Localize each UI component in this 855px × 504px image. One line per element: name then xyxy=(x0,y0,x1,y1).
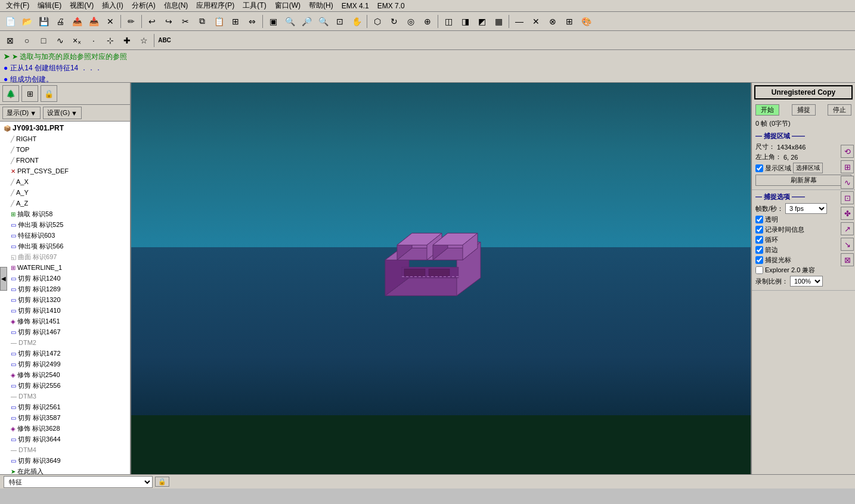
tree-item[interactable]: ╱ A_Z xyxy=(1,198,129,209)
tree-item[interactable]: ◱ 曲面 标识697 xyxy=(1,251,129,262)
start-button[interactable]: 开始 xyxy=(755,104,779,116)
tree-item[interactable]: — DTM2 xyxy=(1,337,129,348)
tb-export[interactable]: 📤 xyxy=(69,14,85,29)
tree-item[interactable]: ◈ 修饰 标识1451 xyxy=(1,316,129,326)
tb-print[interactable]: 🖨 xyxy=(52,14,68,29)
tree-item[interactable]: ▭ 切剪 标识3587 xyxy=(1,412,129,423)
tb2-5[interactable]: ×ₓ xyxy=(69,33,85,48)
border-checkbox[interactable] xyxy=(755,246,763,254)
tb-render4[interactable]: ▦ xyxy=(491,14,506,29)
menu-emx70[interactable]: EMX 7.0 xyxy=(374,1,408,11)
tb-color[interactable]: 🎨 xyxy=(578,14,594,29)
tree-item[interactable]: ▭ 切剪 标识2556 xyxy=(1,380,129,391)
tb-render3[interactable]: ◩ xyxy=(474,14,490,29)
tb-paste[interactable]: 📋 xyxy=(211,14,227,29)
tb2-anno[interactable]: ABC xyxy=(157,33,172,48)
tb-cut[interactable]: ✂ xyxy=(178,14,193,29)
tree-item[interactable]: ▭ 切剪 标识1289 xyxy=(1,284,129,294)
tb2-4[interactable]: ∿ xyxy=(52,33,68,48)
fps-select[interactable]: 3 fps 5 fps 10 fps 15 fps xyxy=(785,203,827,214)
menu-insert[interactable]: 插入(I) xyxy=(98,0,126,11)
transparent-checkbox[interactable] xyxy=(755,216,763,223)
collapse-panel-button[interactable]: ◀ xyxy=(0,267,7,291)
tb2-8[interactable]: ✚ xyxy=(119,33,135,48)
lt-lock[interactable]: 🔒 xyxy=(41,85,57,102)
ri-btn-1[interactable]: ⟲ xyxy=(841,145,854,158)
tb2-7[interactable]: ⊹ xyxy=(103,33,118,48)
tree-item[interactable]: ▭ 切剪 标识1410 xyxy=(1,305,129,316)
tb-undo[interactable]: ↩ xyxy=(144,14,160,29)
tb-search[interactable]: 🔍 xyxy=(282,14,298,29)
settings-dropdown[interactable]: 设置(G) ▼ xyxy=(43,107,82,119)
ri-btn-5[interactable]: ✤ xyxy=(841,207,854,220)
tb-orient[interactable]: ⬡ xyxy=(370,14,385,29)
tree-root-item[interactable]: 📦 JY091-301.PRT xyxy=(1,123,129,133)
tb-copypaste[interactable]: ⊞ xyxy=(228,14,243,29)
tree-item[interactable]: ▭ 切剪 标识1320 xyxy=(1,294,129,305)
tb-new[interactable]: 📄 xyxy=(2,14,18,29)
display-dropdown[interactable]: 显示(D) ▼ xyxy=(2,107,41,119)
tb-spin[interactable]: ↻ xyxy=(386,14,402,29)
tb-datum1[interactable]: — xyxy=(512,14,527,29)
lock-button[interactable]: 🔒 xyxy=(155,477,169,487)
tree-item[interactable]: ▭ 特征标识603 xyxy=(1,230,129,241)
tb-save[interactable]: 💾 xyxy=(36,14,51,29)
tb-datum4[interactable]: ⊞ xyxy=(562,14,577,29)
menu-emx41[interactable]: EMX 4.1 xyxy=(338,1,373,11)
tree-item[interactable]: ◈ 修饰 标识3628 xyxy=(1,423,129,434)
menu-help[interactable]: 帮助(H) xyxy=(305,0,337,11)
tb2-1[interactable]: ⊠ xyxy=(2,33,18,48)
tree-insert-here[interactable]: ➤ 在此插入 xyxy=(1,466,129,474)
tb-zoom2[interactable]: ◎ xyxy=(403,14,419,29)
tree-item[interactable]: ▭ 切剪 标识3649 xyxy=(1,455,129,466)
tree-item[interactable]: ✕ PRT_CSYS_DEF xyxy=(1,166,129,176)
tree-item[interactable]: ▭ 切剪 标识2561 xyxy=(1,402,129,412)
tb-render2[interactable]: ◨ xyxy=(457,14,473,29)
tree-item[interactable]: ▭ 伸出项 标识525 xyxy=(1,219,129,230)
explorer-checkbox[interactable] xyxy=(755,266,763,274)
tb2-3[interactable]: □ xyxy=(36,33,51,48)
tb-select[interactable]: ▣ xyxy=(265,14,281,29)
stop-button[interactable]: 停止 xyxy=(828,104,851,116)
menu-file[interactable]: 文件(F) xyxy=(2,0,33,11)
menu-edit[interactable]: 编辑(E) xyxy=(34,0,65,11)
tb2-9[interactable]: ☆ xyxy=(136,33,151,48)
lt-layer[interactable]: ⊞ xyxy=(21,85,38,102)
cursor-checkbox[interactable] xyxy=(755,256,763,264)
refresh-button[interactable]: 刷新屏幕 xyxy=(755,175,851,186)
tree-item[interactable]: ▭ 切剪 标识1240 xyxy=(1,273,129,284)
tb-pan2[interactable]: ⊕ xyxy=(420,14,435,29)
tb-zoom-out[interactable]: 🔍 xyxy=(315,14,331,29)
tb-datum2[interactable]: ✕ xyxy=(528,14,544,29)
model-tree[interactable]: 📦 JY091-301.PRT ╱ RIGHT ╱ TOP ╱ FRONT ✕ … xyxy=(0,122,130,474)
tb-redo[interactable]: ↪ xyxy=(161,14,176,29)
menu-apps[interactable]: 应用程序(P) xyxy=(193,0,238,11)
tb-mirror[interactable]: ⇔ xyxy=(244,14,260,29)
ri-btn-7[interactable]: ↘ xyxy=(841,238,854,251)
tree-item[interactable]: ╱ RIGHT xyxy=(1,133,129,144)
menu-tools[interactable]: 工具(T) xyxy=(239,0,269,11)
menu-analysis[interactable]: 分析(A) xyxy=(128,0,159,11)
menu-info[interactable]: 信息(N) xyxy=(160,0,192,11)
capture-button[interactable]: 捕捉 xyxy=(792,104,816,116)
tb-copy[interactable]: ⧉ xyxy=(194,14,210,29)
scale-select[interactable]: 100% 75% 50% xyxy=(790,276,823,287)
ri-btn-8[interactable]: ⊠ xyxy=(841,253,854,266)
3d-viewport[interactable] xyxy=(131,83,751,474)
tb2-6[interactable]: ∙ xyxy=(86,33,101,48)
tree-item[interactable]: ╱ A_X xyxy=(1,176,129,187)
tree-item[interactable]: ⊞ WATERLINE_1 xyxy=(1,262,129,273)
record-time-checkbox[interactable] xyxy=(755,226,763,234)
tree-item[interactable]: ◈ 修饰 标识2540 xyxy=(1,369,129,380)
tb-datum3[interactable]: ⊗ xyxy=(545,14,560,29)
tree-item[interactable]: ╱ TOP xyxy=(1,144,129,155)
menu-view[interactable]: 视图(V) xyxy=(66,0,97,11)
tb-render1[interactable]: ◫ xyxy=(441,14,456,29)
tree-item[interactable]: ⊞ 抽取 标识58 xyxy=(1,209,129,219)
tb-zoom-in[interactable]: 🔎 xyxy=(299,14,314,29)
tree-item[interactable]: ▭ 切剪 标识1472 xyxy=(1,348,129,359)
loop-checkbox[interactable] xyxy=(755,236,763,244)
feature-select[interactable]: 特征 xyxy=(4,476,153,488)
select-region-button[interactable]: 选择区域 xyxy=(793,163,823,173)
ri-btn-4[interactable]: ⊡ xyxy=(841,191,854,204)
